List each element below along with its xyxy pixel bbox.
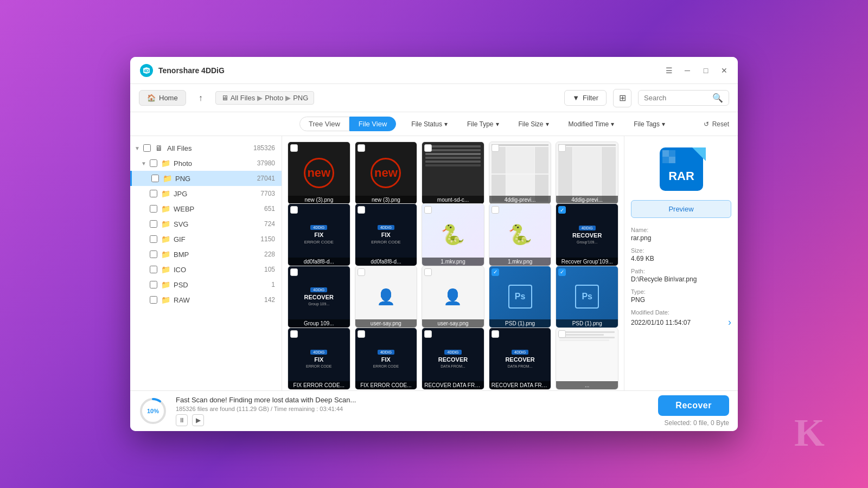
file-thumb-12[interactable]: 👤 user-say.png [355, 266, 418, 329]
sidebar-count-svg: 724 [264, 220, 275, 228]
file-thumb-6[interactable]: 4DDiG FIX ERROR CODE dd0fa8f8-d... [288, 203, 350, 266]
file-checkbox-2[interactable] [358, 144, 365, 152]
sidebar-item-raw[interactable]: 📁 RAW 142 [130, 292, 282, 307]
file-thumb-3[interactable]: mount-sd-c... [422, 142, 484, 204]
preview-button[interactable]: Preview [631, 200, 731, 218]
file-status-filter[interactable]: File Status ▾ [407, 118, 452, 130]
file-name-2: new (3).png [355, 196, 417, 204]
resume-button[interactable]: ▶ [192, 414, 204, 426]
folder-icon-raw: 📁 [161, 295, 170, 305]
thumb-img-20 [556, 328, 618, 390]
file-checkbox-13[interactable] [424, 268, 432, 276]
sidebar-item-gif[interactable]: 📁 GIF 1150 [130, 232, 282, 247]
file-checkbox-19[interactable] [492, 330, 499, 338]
file-thumb-19[interactable]: 4DDiG RECOVER DATA FROM... RECOVER DATA … [489, 328, 552, 390]
webp-checkbox[interactable] [150, 205, 157, 213]
preview-more-button[interactable]: › [728, 317, 731, 328]
file-checkbox-15[interactable]: ✓ [558, 268, 566, 276]
recover-button[interactable]: Recover [658, 395, 729, 416]
modified-time-filter[interactable]: Modified Time ▾ [564, 118, 619, 130]
file-size-label: File Size [519, 120, 544, 128]
maximize-button[interactable]: □ [701, 66, 711, 75]
file-checkbox-6[interactable] [290, 206, 298, 214]
file-view-button[interactable]: File View [349, 117, 397, 131]
reset-button[interactable]: ↺ Reset [704, 120, 729, 128]
png-checkbox[interactable] [151, 175, 159, 182]
file-thumb-8[interactable]: 🐍 1.mkv.png [422, 203, 484, 266]
file-tags-filter[interactable]: File Tags ▾ [629, 118, 669, 130]
jpg-checkbox[interactable] [150, 190, 157, 197]
file-thumb-2[interactable]: new new (3).png [355, 142, 418, 204]
file-checkbox-20[interactable] [558, 330, 566, 338]
file-checkbox-10[interactable]: ✓ [558, 206, 566, 214]
sidebar-item-jpg[interactable]: 📁 JPG 7703 [130, 186, 282, 201]
thumb-img-8: 🐍 [422, 204, 484, 266]
file-checkbox-12[interactable] [358, 268, 365, 276]
ico-checkbox[interactable] [150, 266, 157, 273]
file-thumb-15[interactable]: ✓ Ps PSD (1).png [556, 266, 618, 329]
sidebar-item-webp[interactable]: 📁 WEBP 651 [130, 201, 282, 216]
psd-checkbox[interactable] [150, 281, 157, 288]
file-checkbox-14[interactable]: ✓ [492, 268, 499, 276]
file-thumb-4[interactable]: 4ddig-previ... [489, 142, 552, 204]
filter-button[interactable]: ▼ Filter [564, 90, 607, 106]
folder-icon-bmp: 📁 [161, 249, 170, 259]
file-checkbox-16[interactable] [290, 330, 298, 338]
file-thumb-11[interactable]: 4DDiG RECOVER Group 109... Group 109... [288, 266, 350, 329]
search-input[interactable] [644, 94, 709, 102]
close-button[interactable]: ✕ [719, 66, 729, 75]
sidebar-item-bmp[interactable]: 📁 BMP 228 [130, 247, 282, 262]
file-thumb-5[interactable]: 4ddig-previ... [556, 142, 618, 204]
home-button[interactable]: 🏠 Home [139, 90, 186, 106]
bmp-checkbox[interactable] [150, 251, 157, 258]
sidebar-item-png[interactable]: 📁 PNG 27041 [130, 171, 282, 186]
file-size-filter[interactable]: File Size ▾ [514, 118, 553, 130]
file-thumb-13[interactable]: 👤 user-say.png [422, 266, 484, 329]
file-checkbox-4[interactable] [492, 144, 499, 152]
sidebar-item-svg[interactable]: 📁 SVG 724 [130, 216, 282, 232]
main-window: 4D Tenorshare 4DDiG ☰ ─ □ ✕ 🏠 Home ↑ 🖥 A… [130, 57, 738, 431]
file-checkbox-18[interactable] [424, 330, 432, 338]
menu-button[interactable]: ☰ [664, 66, 674, 75]
pause-button[interactable]: ⏸ [176, 414, 188, 426]
file-thumb-7[interactable]: 4DDiG FIX ERROR CODE dd0fa8f8-d... [355, 203, 418, 266]
file-thumb-1[interactable]: new new (3).png [288, 142, 350, 204]
minimize-button[interactable]: ─ [682, 66, 692, 75]
file-thumb-9[interactable]: 🐍 1.mkv.png [489, 203, 552, 266]
up-button[interactable]: ↑ [193, 90, 209, 106]
svg-checkbox[interactable] [150, 220, 157, 228]
file-name-10: Recover Group'109... [556, 258, 618, 266]
file-thumb-14[interactable]: ✓ Ps PSD (1).png [489, 266, 552, 329]
sidebar-label-ico: ICO [174, 266, 186, 274]
raw-checkbox[interactable] [150, 296, 157, 304]
file-checkbox-9[interactable] [492, 206, 499, 214]
app-logo: 4D [139, 63, 154, 78]
file-thumb-17[interactable]: 4DDiG FIX ERROR CODE FIX ERROR CODE... [355, 328, 418, 390]
file-checkbox-5[interactable] [558, 144, 566, 152]
app-title: Tenorshare 4DDiG [158, 66, 664, 75]
progress-percent: 10% [147, 408, 159, 414]
file-checkbox-8[interactable] [424, 206, 432, 214]
file-thumb-18[interactable]: 4DDiG RECOVER DATA FROM... RECOVER DATA … [422, 328, 484, 390]
photo-checkbox[interactable] [150, 159, 157, 167]
sidebar-item-ico[interactable]: 📁 ICO 105 [130, 262, 282, 277]
file-thumb-10[interactable]: ✓ 4DDiG RECOVER Group'109... Recover Gro… [556, 203, 618, 266]
grid-view-button[interactable]: ⊞ [613, 89, 631, 107]
tree-view-button[interactable]: Tree View [299, 117, 349, 131]
sidebar-item-all-files[interactable]: ▼ 🖥 All Files 185326 [130, 140, 282, 156]
progress-circle: 10% [139, 397, 167, 425]
gif-checkbox[interactable] [150, 235, 157, 243]
sidebar-item-photo[interactable]: ▼ 📁 Photo 37980 [130, 156, 282, 171]
file-checkbox-11[interactable] [290, 268, 298, 276]
file-checkbox-7[interactable] [358, 206, 365, 214]
file-checkbox-3[interactable] [424, 144, 432, 152]
file-thumb-16[interactable]: 4DDiG FIX ERROR CODE FIX ERROR CODE... [288, 328, 350, 390]
file-thumb-20[interactable]: ... [556, 328, 618, 390]
file-checkbox-1[interactable] [290, 144, 298, 152]
main-content: ▼ 🖥 All Files 185326 ▼ 📁 Photo 37980 📁 P… [130, 136, 738, 390]
sidebar-item-psd[interactable]: 📁 PSD 1 [130, 277, 282, 292]
allfiles-checkbox[interactable] [143, 144, 151, 152]
reset-label: Reset [712, 120, 729, 128]
file-type-filter[interactable]: File Type ▾ [463, 118, 503, 130]
file-checkbox-17[interactable] [358, 330, 365, 338]
